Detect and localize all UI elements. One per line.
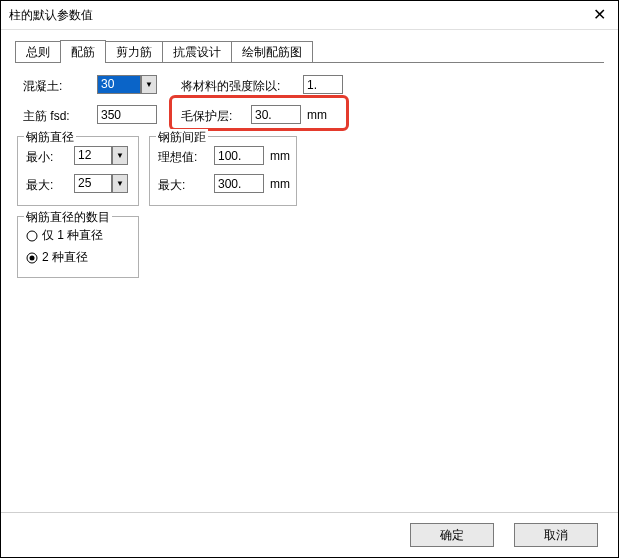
diameter-group: 钢筋直径 最小: 12 ▼ 最大: 25 ▼ — [17, 136, 139, 206]
diameter-group-title: 钢筋直径 — [24, 129, 76, 146]
close-icon[interactable]: ✕ — [589, 7, 610, 23]
svg-point-0 — [27, 231, 37, 241]
radio-one-diameter[interactable]: 仅 1 种直径 — [26, 227, 103, 244]
footer: 确定 取消 — [1, 512, 618, 557]
spacing-ideal-input[interactable] — [214, 146, 264, 165]
count-group-title: 钢筋直径的数目 — [24, 209, 112, 226]
chevron-down-icon[interactable]: ▼ — [112, 146, 128, 165]
mainbar-input[interactable] — [97, 105, 157, 124]
tab-general[interactable]: 总则 — [15, 41, 61, 62]
divide-label: 将材料的强度除以: — [181, 78, 280, 95]
count-group: 钢筋直径的数目 仅 1 种直径 2 种直径 — [17, 216, 139, 278]
tab-seismic[interactable]: 抗震设计 — [162, 41, 232, 62]
cover-input[interactable] — [251, 105, 301, 124]
chevron-down-icon[interactable]: ▼ — [112, 174, 128, 193]
mainbar-label: 主筋 fsd: — [23, 108, 70, 125]
tab-shear[interactable]: 剪力筋 — [105, 41, 163, 62]
radio-two-label: 2 种直径 — [42, 249, 88, 266]
svg-point-2 — [30, 255, 35, 260]
divide-input[interactable] — [303, 75, 343, 94]
tab-drawing[interactable]: 绘制配筋图 — [231, 41, 313, 62]
tab-bar: 总则 配筋 剪力筋 抗震设计 绘制配筋图 — [15, 40, 312, 62]
titlebar: 柱的默认参数值 ✕ — [1, 1, 618, 30]
client-area: 总则 配筋 剪力筋 抗震设计 绘制配筋图 混凝土: 30 ▼ 将材料的强度除以:… — [1, 30, 618, 512]
diam-max-value[interactable]: 25 — [74, 174, 112, 193]
window-title: 柱的默认参数值 — [9, 7, 93, 24]
cover-label: 毛保护层: — [181, 108, 232, 125]
spacing-max-unit: mm — [270, 177, 290, 191]
spacing-group-title: 钢筋间距 — [156, 129, 208, 146]
concrete-value[interactable]: 30 — [97, 75, 141, 94]
radio-off-icon — [26, 230, 38, 242]
diam-min-label: 最小: — [26, 149, 53, 166]
radio-on-icon — [26, 252, 38, 264]
tab-reinforcement[interactable]: 配筋 — [60, 40, 106, 63]
radio-one-label: 仅 1 种直径 — [42, 227, 103, 244]
chevron-down-icon[interactable]: ▼ — [141, 75, 157, 94]
spacing-ideal-label: 理想值: — [158, 149, 197, 166]
spacing-ideal-unit: mm — [270, 149, 290, 163]
concrete-label: 混凝土: — [23, 78, 62, 95]
radio-two-diameters[interactable]: 2 种直径 — [26, 249, 88, 266]
diam-max-label: 最大: — [26, 177, 53, 194]
spacing-group: 钢筋间距 理想值: mm 最大: mm — [149, 136, 297, 206]
concrete-combo[interactable]: 30 ▼ — [97, 75, 157, 94]
diam-min-combo[interactable]: 12 ▼ — [74, 146, 128, 165]
spacing-max-label: 最大: — [158, 177, 185, 194]
diam-max-combo[interactable]: 25 ▼ — [74, 174, 128, 193]
dialog-window: 柱的默认参数值 ✕ 总则 配筋 剪力筋 抗震设计 绘制配筋图 混凝土: 30 ▼… — [0, 0, 619, 558]
cover-unit: mm — [307, 108, 327, 122]
cancel-button[interactable]: 取消 — [514, 523, 598, 547]
spacing-max-input[interactable] — [214, 174, 264, 193]
diam-min-value[interactable]: 12 — [74, 146, 112, 165]
ok-button[interactable]: 确定 — [410, 523, 494, 547]
